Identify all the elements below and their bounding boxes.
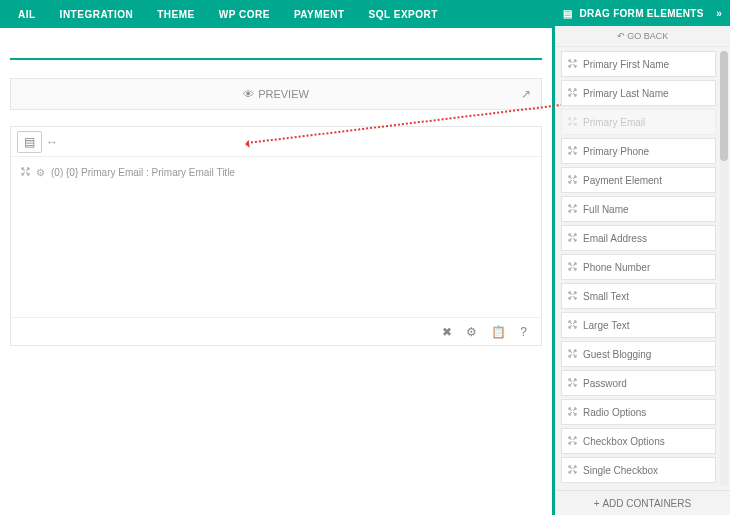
content-area: 👁 PREVIEW ↗ ▤ ↔ ⚙ (0) {0} Primary Email …	[0, 28, 552, 515]
go-back-label: GO BACK	[627, 31, 668, 41]
canvas-header: ▤ ↔	[11, 127, 541, 157]
form-element-item[interactable]: Small Text	[561, 283, 716, 309]
nav-tab[interactable]: THEME	[145, 0, 207, 28]
form-element-item[interactable]: Email Address	[561, 225, 716, 251]
element-name: Payment Element	[583, 175, 662, 186]
expand-arrows-icon	[568, 204, 577, 215]
form-element-item[interactable]: Primary Phone	[561, 138, 716, 164]
expand-arrows-icon	[568, 378, 577, 389]
form-element-item[interactable]: Checkbox Options	[561, 428, 716, 454]
resize-handles-icon[interactable]: ↔	[46, 135, 58, 149]
expand-arrows-icon	[568, 117, 577, 128]
expand-arrows-icon	[568, 262, 577, 273]
delete-icon[interactable]: ✖	[442, 325, 452, 339]
nav-tab[interactable]: WP CORE	[207, 0, 282, 28]
top-nav: AIL INTEGRATION THEME WP CORE PAYMENT SQ…	[0, 0, 552, 28]
go-back-button[interactable]: ↶ GO BACK	[555, 26, 730, 47]
form-element-item[interactable]: Large Text	[561, 312, 716, 338]
expand-arrows-icon	[568, 349, 577, 360]
plus-icon: +	[594, 498, 603, 509]
form-element-item[interactable]: Phone Number	[561, 254, 716, 280]
form-element-item[interactable]: Primary Email	[561, 109, 716, 135]
element-name: Radio Options	[583, 407, 646, 418]
form-element-item[interactable]: Payment Element	[561, 167, 716, 193]
form-element-item[interactable]: Password	[561, 370, 716, 396]
duplicate-icon[interactable]: 📋	[491, 325, 506, 339]
expand-arrows-icon	[568, 233, 577, 244]
sidebar-title: DRAG FORM ELEMENTS	[579, 8, 703, 19]
canvas-footer: ✖ ⚙ 📋 ?	[11, 317, 541, 345]
element-name: Single Checkbox	[583, 465, 658, 476]
main-area: AIL INTEGRATION THEME WP CORE PAYMENT SQ…	[0, 0, 552, 515]
preview-bar[interactable]: 👁 PREVIEW ↗	[10, 78, 542, 110]
expand-arrows-icon	[568, 59, 577, 70]
expand-arrows-icon	[568, 146, 577, 157]
expand-arrows-icon	[568, 436, 577, 447]
elements-list: Primary First NamePrimary Last NamePrima…	[555, 47, 720, 490]
expand-arrows-icon	[21, 167, 30, 178]
section-divider	[10, 58, 542, 60]
scrollbar-thumb[interactable]	[720, 51, 728, 161]
element-name: Small Text	[583, 291, 629, 302]
element-label: (0) {0} Primary Email : Primary Email Ti…	[51, 167, 235, 178]
expand-arrows-icon	[568, 320, 577, 331]
nav-tab[interactable]: PAYMENT	[282, 0, 357, 28]
undo-icon: ↶	[617, 31, 628, 41]
element-name: Guest Blogging	[583, 349, 651, 360]
element-name: Phone Number	[583, 262, 650, 273]
element-name: Large Text	[583, 320, 630, 331]
add-containers-button[interactable]: + ADD CONTAINERS	[555, 490, 730, 515]
element-name: Full Name	[583, 204, 629, 215]
form-element-item[interactable]: Primary First Name	[561, 51, 716, 77]
help-icon[interactable]: ?	[520, 325, 527, 339]
sidebar-header: ▤ DRAG FORM ELEMENTS »	[555, 0, 730, 26]
preview-label: PREVIEW	[258, 88, 309, 100]
eye-icon: 👁	[243, 88, 254, 100]
canvas-dropzone[interactable]	[11, 189, 541, 317]
element-name: Primary Last Name	[583, 88, 669, 99]
expand-arrows-icon	[568, 465, 577, 476]
gear-icon[interactable]: ⚙	[36, 167, 45, 178]
collapse-icon[interactable]: »	[716, 8, 722, 19]
nav-tab[interactable]: AIL	[6, 0, 48, 28]
open-external-icon[interactable]: ↗	[521, 87, 531, 101]
sidebar: ▤ DRAG FORM ELEMENTS » ↶ GO BACK Primary…	[552, 0, 730, 515]
nav-tab[interactable]: SQL EXPORT	[357, 0, 450, 28]
elements-panel: Primary First NamePrimary Last NamePrima…	[555, 47, 730, 490]
expand-arrows-icon	[568, 407, 577, 418]
form-element-item[interactable]: Guest Blogging	[561, 341, 716, 367]
form-element-item[interactable]: Radio Options	[561, 399, 716, 425]
element-name: Checkbox Options	[583, 436, 665, 447]
app-root: AIL INTEGRATION THEME WP CORE PAYMENT SQ…	[0, 0, 730, 515]
element-name: Password	[583, 378, 627, 389]
nav-tab[interactable]: INTEGRATION	[48, 0, 146, 28]
dropped-element[interactable]: ⚙ (0) {0} Primary Email : Primary Email …	[11, 157, 541, 189]
form-canvas[interactable]: ▤ ↔ ⚙ (0) {0} Primary Email : Primary Em…	[10, 126, 542, 346]
form-element-item[interactable]: Full Name	[561, 196, 716, 222]
element-name: Primary Phone	[583, 146, 649, 157]
add-containers-label: ADD CONTAINERS	[602, 498, 691, 509]
expand-arrows-icon	[568, 88, 577, 99]
element-name: Primary Email	[583, 117, 645, 128]
expand-arrows-icon	[568, 291, 577, 302]
layout-slot-icon[interactable]: ▤	[17, 131, 42, 153]
form-element-item[interactable]: Primary Last Name	[561, 80, 716, 106]
expand-arrows-icon	[568, 175, 577, 186]
layers-icon: ▤	[563, 8, 572, 19]
scrollbar-track[interactable]	[720, 51, 728, 486]
element-name: Primary First Name	[583, 59, 669, 70]
settings-icon[interactable]: ⚙	[466, 325, 477, 339]
element-name: Email Address	[583, 233, 647, 244]
form-element-item[interactable]: Single Checkbox	[561, 457, 716, 483]
